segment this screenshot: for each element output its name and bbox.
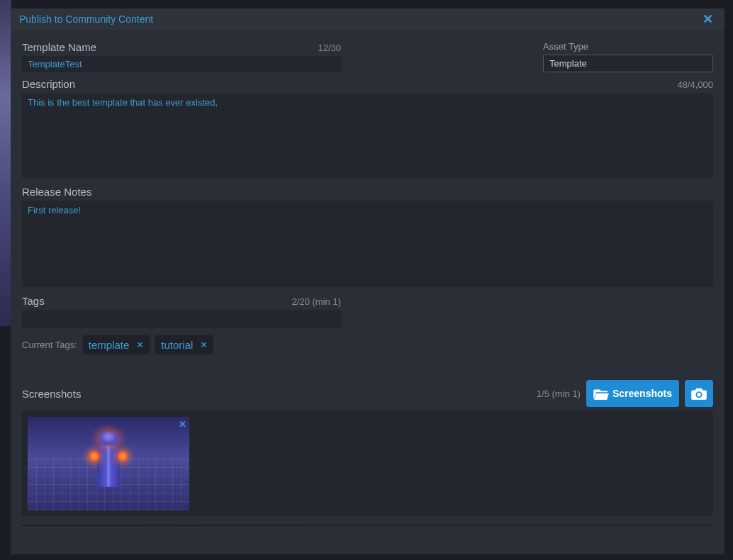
publish-modal: Publish to Community Content ✕ Template … — [11, 9, 724, 554]
modal-footer: Cancel Public Review & Publish — [22, 547, 713, 554]
viewport-background — [0, 0, 11, 326]
tag-remove-icon[interactable]: ✕ — [136, 340, 144, 350]
folder-open-icon — [593, 387, 609, 400]
modal-body: Template Name 12/30 Asset Type Descripti… — [11, 30, 724, 554]
tag-chip-tutorial: tutorial ✕ — [155, 335, 213, 354]
screenshots-label: Screenshots — [22, 388, 81, 400]
tags-input[interactable] — [22, 310, 341, 328]
description-label: Description — [22, 78, 75, 90]
camera-icon — [691, 387, 707, 400]
close-icon[interactable]: ✕ — [700, 11, 716, 27]
current-tags-label: Current Tags: — [22, 340, 77, 350]
description-input[interactable] — [22, 93, 713, 178]
template-name-label: Template Name — [22, 41, 96, 53]
screenshots-counter: 1/5 (min 1) — [537, 388, 581, 399]
screenshots-button-label: Screenshots — [612, 388, 672, 399]
modal-header: Publish to Community Content ✕ — [11, 9, 724, 30]
template-name-counter: 12/30 — [318, 43, 341, 53]
browse-screenshots-button[interactable]: Screenshots — [586, 380, 679, 407]
tag-label: tutorial — [161, 339, 193, 351]
asset-type-input[interactable] — [543, 55, 713, 72]
divider — [22, 525, 713, 526]
tag-chip-template: template ✕ — [83, 335, 150, 354]
release-notes-label: Release Notes — [22, 186, 91, 198]
modal-title: Publish to Community Content — [19, 13, 153, 25]
tag-label: template — [89, 339, 130, 351]
tags-label: Tags — [22, 295, 45, 307]
remove-screenshot-icon[interactable]: ✕ — [179, 419, 186, 430]
screenshots-strip: ✕ — [22, 411, 713, 516]
current-tags-row: Current Tags: template ✕ tutorial ✕ — [22, 335, 713, 354]
screenshot-thumbnail[interactable]: ✕ — [28, 417, 189, 510]
release-notes-input[interactable] — [22, 201, 713, 287]
asset-type-label: Asset Type — [543, 41, 588, 52]
template-name-input[interactable] — [22, 56, 341, 72]
tag-remove-icon[interactable]: ✕ — [200, 340, 208, 350]
description-counter: 48/4,000 — [677, 79, 713, 90]
capture-screenshot-button[interactable] — [685, 380, 713, 407]
screenshot-preview-image — [92, 432, 125, 487]
tags-counter: 2/20 (min 1) — [292, 296, 341, 307]
